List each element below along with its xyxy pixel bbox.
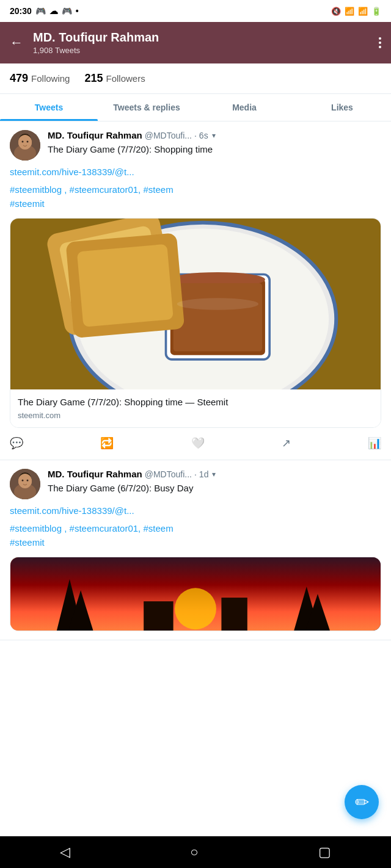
svg-point-26 xyxy=(175,588,216,629)
svg-rect-32 xyxy=(221,598,247,631)
menu-dot xyxy=(379,42,381,44)
tweet-time: 6s xyxy=(199,131,208,140)
avatar xyxy=(10,130,40,161)
tab-likes[interactable]: Likes xyxy=(293,94,391,121)
svg-point-23 xyxy=(22,480,24,482)
retweet-icon: 🔁 xyxy=(100,436,114,450)
analytics-icon: 📊 xyxy=(368,436,381,450)
tweet-link[interactable]: steemit.com/hive-138339/@t... xyxy=(10,505,381,516)
tab-tweets-replies[interactable]: Tweets & replies xyxy=(98,94,196,121)
tweet-hashtags: #steemitblog , #steemcurator01, #steem#s… xyxy=(10,522,381,549)
svg-rect-17 xyxy=(77,244,174,327)
retweet-button[interactable]: 🔁 xyxy=(100,436,114,450)
tweet-card-image-2 xyxy=(10,557,381,631)
dot-icon: • xyxy=(76,6,79,16)
tweet-link[interactable]: steemit.com/hive-138339/@t... xyxy=(10,167,381,177)
tweet-handle: @MDToufi... xyxy=(145,131,192,140)
cloud-icon: ☁ xyxy=(49,6,58,16)
share-icon: ↗ xyxy=(282,436,291,450)
svg-point-18 xyxy=(177,298,258,309)
signal-icon: 📶 xyxy=(358,7,368,16)
tweet-actions: 💬 🔁 🤍 ↗ 📊 xyxy=(10,430,381,451)
profile-name: MD. Toufiqur Rahman xyxy=(33,31,379,45)
tweets-count: 1,908 Tweets xyxy=(33,46,379,55)
avatar xyxy=(10,469,40,499)
menu-dot xyxy=(379,37,381,40)
followers-stat[interactable]: 215 Followers xyxy=(84,72,145,85)
game-icon: 🎮 xyxy=(35,6,46,16)
more-options-button[interactable] xyxy=(379,37,381,48)
tweet-content: The Diary Game (6/7/20): Busy Day xyxy=(48,482,381,494)
header-title-block: MD. Toufiqur Rahman 1,908 Tweets xyxy=(33,31,379,55)
svg-point-5 xyxy=(27,141,29,143)
tweet-time: 1d xyxy=(199,469,209,479)
svg-rect-31 xyxy=(144,601,173,631)
stats-bar: 479 Following 215 Followers xyxy=(0,63,391,94)
tweet-item: MD. Toufiqur Rahman @MDToufi... · 1d ▾ T… xyxy=(0,460,391,640)
followers-count: 215 xyxy=(84,72,103,85)
battery-icon: 🔋 xyxy=(371,7,381,16)
tweet-card-image xyxy=(10,219,381,389)
status-time: 20:30 xyxy=(10,6,32,16)
heart-icon: 🤍 xyxy=(191,436,205,450)
tweet-card[interactable]: The Diary Game (7/7/20): Shopping time —… xyxy=(10,218,381,428)
tweet-header: MD. Toufiqur Rahman @MDToufi... · 6s ▾ T… xyxy=(10,130,381,161)
tweet-handle: @MDToufi... xyxy=(145,469,192,479)
tweet-meta: MD. Toufiqur Rahman @MDToufi... · 1d ▾ T… xyxy=(48,469,381,494)
menu-dot xyxy=(379,46,381,48)
profile-tabs: Tweets Tweets & replies Media Likes xyxy=(0,94,391,121)
tweet-card-title: The Diary Game (7/7/20): Shopping time —… xyxy=(18,396,373,408)
status-bar: 20:30 🎮 ☁ 🎮 • 🔇 📶 📶 🔋 xyxy=(0,0,391,22)
wifi-icon: 📶 xyxy=(345,7,354,16)
profile-header: ← MD. Toufiqur Rahman 1,908 Tweets xyxy=(0,22,391,63)
following-stat[interactable]: 479 Following xyxy=(10,72,70,85)
tweet-time: · xyxy=(194,131,197,140)
discord-icon: 🎮 xyxy=(62,6,72,16)
svg-point-22 xyxy=(18,474,32,488)
mute-icon: 🔇 xyxy=(331,7,341,16)
followers-label: Followers xyxy=(106,73,145,84)
share-button[interactable]: ↗ xyxy=(282,436,291,450)
tweet-meta: MD. Toufiqur Rahman @MDToufi... · 6s ▾ T… xyxy=(48,130,381,156)
tweet-item: MD. Toufiqur Rahman @MDToufi... · 6s ▾ T… xyxy=(0,121,391,460)
tweet-card-preview xyxy=(10,557,381,631)
tweet-card-body: The Diary Game (7/7/20): Shopping time —… xyxy=(10,389,381,427)
following-label: Following xyxy=(31,73,70,84)
svg-point-3 xyxy=(18,135,32,150)
tweet-content: The Diary Game (7/7/20): Shopping time xyxy=(48,143,381,156)
tab-media[interactable]: Media xyxy=(196,94,293,121)
tweet-time: · xyxy=(194,469,197,479)
back-button[interactable]: ← xyxy=(10,35,23,51)
tab-tweets[interactable]: Tweets xyxy=(0,94,98,121)
reply-icon: 💬 xyxy=(10,436,23,450)
svg-point-4 xyxy=(22,141,24,143)
chevron-down-icon: ▾ xyxy=(212,470,216,479)
tweet-header: MD. Toufiqur Rahman @MDToufi... · 1d ▾ T… xyxy=(10,469,381,499)
tweet-author-name: MD. Toufiqur Rahman xyxy=(48,130,142,140)
following-count: 479 xyxy=(10,72,28,85)
like-button[interactable]: 🤍 xyxy=(191,436,205,450)
svg-rect-13 xyxy=(174,283,262,352)
chevron-down-icon: ▾ xyxy=(212,131,216,140)
reply-button[interactable]: 💬 xyxy=(10,436,23,450)
svg-point-24 xyxy=(27,480,29,482)
analytics-button[interactable]: 📊 xyxy=(368,436,381,450)
tweet-card-domain: steemit.com xyxy=(18,411,373,420)
tweet-author-name: MD. Toufiqur Rahman xyxy=(48,469,142,479)
tweet-hashtags: #steemitblog , #steemcurator01, #steem#s… xyxy=(10,183,381,211)
